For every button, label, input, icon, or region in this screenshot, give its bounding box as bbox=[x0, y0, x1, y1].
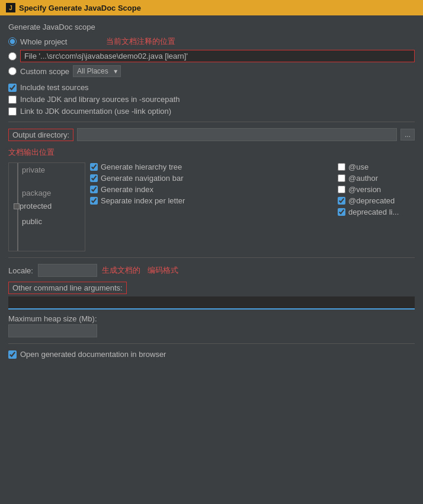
cmdline-section: Other command line arguments: bbox=[8, 282, 415, 310]
flags-panel: @use @author @version @deprecated deprec… bbox=[338, 162, 415, 251]
custom-scope-radio[interactable] bbox=[8, 67, 17, 75]
deprecated-list-row: deprecated li... bbox=[338, 208, 415, 216]
at-author-label: @author bbox=[348, 174, 378, 183]
deprecated-list-label: deprecated li... bbox=[348, 208, 399, 216]
current-doc-annotation: 当前文档注释的位置 bbox=[106, 36, 175, 47]
at-use-label: @use bbox=[348, 162, 368, 171]
whole-project-radio[interactable] bbox=[8, 37, 17, 46]
at-use-checkbox[interactable] bbox=[338, 163, 345, 171]
generate-hierarchy-tree-row: Generate hierarchy tree bbox=[90, 162, 333, 171]
visibility-public[interactable]: public bbox=[9, 215, 85, 228]
link-jdk-checkbox[interactable] bbox=[8, 107, 17, 116]
locale-input[interactable] bbox=[38, 264, 97, 277]
visibility-package[interactable]: package bbox=[9, 186, 85, 200]
at-use-row: @use bbox=[338, 162, 415, 171]
visibility-panel: private package protected public bbox=[8, 162, 85, 251]
custom-scope-row: Custom scope All Places ▼ bbox=[8, 65, 415, 77]
generate-index-row: Generate index bbox=[90, 185, 333, 194]
custom-scope-label: Custom scope bbox=[20, 67, 69, 76]
locale-label: Locale: bbox=[8, 266, 33, 275]
protected-label: protected bbox=[20, 202, 52, 210]
custom-scope-dropdown-wrapper: All Places ▼ bbox=[73, 65, 121, 77]
divider-3 bbox=[8, 343, 415, 344]
section-title: Generate JavaDoc scope bbox=[8, 23, 415, 31]
main-content: Generate JavaDoc scope Whole project 当前文… bbox=[0, 15, 423, 372]
options-panel: Generate hierarchy tree Generate navigat… bbox=[90, 162, 333, 251]
at-version-checkbox[interactable] bbox=[338, 186, 345, 193]
scope-radio-group: Whole project 当前文档注释的位置 File '...\src\co… bbox=[8, 36, 415, 77]
middle-section: private package protected public Generat… bbox=[8, 162, 415, 251]
slider-handle-icon bbox=[14, 203, 20, 209]
output-dir-annotation: 文档输出位置 bbox=[8, 147, 415, 158]
locale-annotation: 生成文档的 bbox=[102, 265, 140, 276]
file-label: File '...\src\com\sj\javabase\demo02.jav… bbox=[20, 50, 415, 62]
deprecated-list-checkbox[interactable] bbox=[338, 208, 345, 216]
include-jdk-checkbox[interactable] bbox=[8, 95, 17, 104]
file-radio[interactable] bbox=[8, 52, 17, 60]
at-deprecated-checkbox[interactable] bbox=[338, 197, 345, 205]
visibility-protected[interactable]: protected bbox=[9, 200, 85, 212]
custom-scope-dropdown[interactable]: All Places bbox=[73, 65, 121, 77]
locale-row: Locale: 生成文档的 编码格式 bbox=[8, 264, 415, 277]
open-in-browser-checkbox[interactable] bbox=[8, 350, 17, 359]
output-dir-row: Output directory: ... bbox=[8, 128, 415, 141]
include-jdk-row: Include JDK and library sources in -sour… bbox=[8, 95, 415, 104]
generate-navigation-bar-label: Generate navigation bar bbox=[101, 174, 183, 183]
file-row: File '...\src\com\sj\javabase\demo02.jav… bbox=[8, 50, 415, 62]
cmdline-label-wrapper: Other command line arguments: bbox=[8, 282, 415, 296]
heap-label: Maximum heap size (Mb): bbox=[8, 314, 97, 323]
at-author-checkbox[interactable] bbox=[338, 174, 345, 182]
generate-navigation-bar-checkbox[interactable] bbox=[90, 174, 98, 182]
at-deprecated-row: @deprecated bbox=[338, 196, 415, 205]
separate-index-checkbox[interactable] bbox=[90, 197, 98, 205]
heap-row bbox=[8, 324, 415, 337]
cmdline-row bbox=[8, 296, 415, 310]
browse-button[interactable]: ... bbox=[400, 129, 415, 141]
open-in-browser-row: Open generated documentation in browser bbox=[8, 350, 415, 359]
encoding-annotation: 编码格式 bbox=[148, 265, 178, 276]
generate-hierarchy-tree-label: Generate hierarchy tree bbox=[101, 162, 182, 171]
generate-navigation-bar-row: Generate navigation bar bbox=[90, 174, 333, 183]
link-jdk-row: Link to JDK documentation (use -link opt… bbox=[8, 107, 415, 116]
generate-index-checkbox[interactable] bbox=[90, 186, 98, 193]
title-bar: J Specify Generate JavaDoc Scope bbox=[0, 0, 423, 15]
divider-1 bbox=[8, 122, 415, 122]
include-jdk-label: Include JDK and library sources in -sour… bbox=[20, 95, 180, 104]
at-version-row: @version bbox=[338, 185, 415, 194]
whole-project-label: Whole project bbox=[20, 37, 67, 46]
output-dir-label: Output directory: bbox=[8, 129, 73, 141]
app-icon: J bbox=[6, 3, 15, 12]
at-author-row: @author bbox=[338, 174, 415, 183]
heap-section: Maximum heap size (Mb): bbox=[8, 314, 415, 337]
at-version-label: @version bbox=[348, 185, 381, 194]
whole-project-row: Whole project 当前文档注释的位置 bbox=[8, 36, 415, 47]
generate-hierarchy-tree-checkbox[interactable] bbox=[90, 163, 98, 171]
at-deprecated-label: @deprecated bbox=[348, 196, 395, 205]
include-test-sources-row: Include test sources bbox=[8, 83, 415, 92]
visibility-private[interactable]: private bbox=[9, 163, 85, 177]
separate-index-row: Separate index per letter bbox=[90, 196, 333, 205]
divider-2 bbox=[8, 257, 415, 258]
cmdline-input[interactable] bbox=[8, 296, 415, 310]
include-test-sources-checkbox[interactable] bbox=[8, 84, 17, 92]
generate-index-label: Generate index bbox=[101, 185, 153, 194]
include-test-sources-label: Include test sources bbox=[20, 83, 89, 92]
separate-index-label: Separate index per letter bbox=[101, 196, 185, 205]
cmdline-label: Other command line arguments: bbox=[8, 282, 127, 294]
open-in-browser-label: Open generated documentation in browser bbox=[20, 350, 166, 359]
output-dir-input[interactable] bbox=[77, 128, 397, 141]
link-jdk-label: Link to JDK documentation (use -link opt… bbox=[20, 107, 171, 116]
heap-input[interactable] bbox=[8, 324, 97, 337]
title-text: Specify Generate JavaDoc Scope bbox=[19, 4, 141, 12]
locale-section: Locale: 生成文档的 编码格式 bbox=[8, 264, 415, 277]
